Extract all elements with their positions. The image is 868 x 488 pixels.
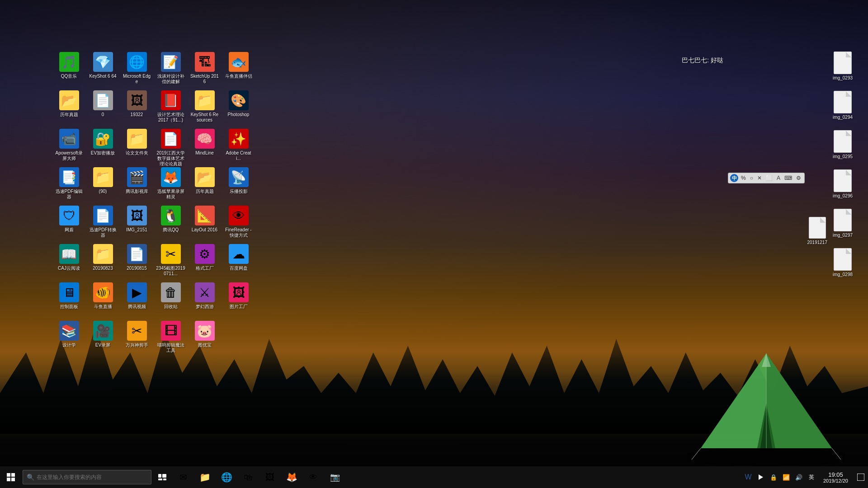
desktop-icon-caj[interactable]: 📖CAJ云阅读 [52,242,86,280]
taskbar-file-explorer[interactable]: 📁 [194,466,216,488]
icon-label-lebo: 乐播投影 [230,189,248,194]
desktop-icon-baidu-net[interactable]: ☁百度网盘 [222,242,255,280]
desktop-icon-design-art[interactable]: 📕设计艺术理论2017（91...) [154,88,188,127]
desktop-icon-wanxing[interactable]: ✂万兴神剪手 [120,319,154,357]
icon-label-folder-20190823: 20190823 [93,266,113,271]
desktop-icon-thesis-2019[interactable]: 📄2019江西大学数字媒体艺术理论论真题 [154,127,188,165]
desktop-icon-design-tutorial[interactable]: 📝浅谈对设计补偿的建解 [154,50,188,88]
icon-label-thesis-text: 论文文件夹 [126,150,148,156]
desktop-icon-geshi-factory[interactable]: ⚙格式工厂 [188,242,222,280]
ime-btn-0[interactable]: % [740,174,747,182]
desktop-icon-douyu[interactable]: 🐟斗鱼直播伴侣 [222,50,255,88]
desktop-icon-xun-pdf-ocr[interactable]: 📑迅速PDF编辑器 [52,165,86,203]
file-icon-img-0297[interactable]: img_0297 [831,207,854,239]
desktop-icon-icon-90[interactable]: 📁(90) [86,165,120,203]
desktop-icon-tengxun-video[interactable]: 🎬腾讯影视库 [120,165,154,203]
desktop-icon-design-study[interactable]: 📚设计学 [52,319,86,357]
desktop-icon-keyshot6-res[interactable]: 📁KeyShot 6 Resources [188,88,222,127]
taskbar-photo[interactable]: 🖼 [259,466,281,488]
desktop-icon-layout[interactable]: 📐LayOut 2016 [188,203,222,242]
tray-expand[interactable] [755,466,767,488]
taskbar-mail[interactable]: ✉ [172,466,194,488]
file-icon-img-0295[interactable]: img_0295 [831,128,854,161]
start-button[interactable] [0,466,22,488]
desktop-icon-finereader[interactable]: 👁FineReader - 快捷方式 [222,203,255,242]
svg-marker-17 [759,474,763,480]
icon-image-mhxy: ⚔ [195,282,215,302]
icon-label-sketchup: SketchUp 2016 [190,74,219,84]
taskview-button[interactable] [152,466,172,488]
ime-btn-1[interactable]: ○ [749,174,755,182]
ime-btn-6[interactable]: ⚙ [795,174,802,182]
notification-bar: 巴七巴七: 好哒 [682,56,723,65]
desktop-icon-xun-pdf[interactable]: 📄迅速PDF转换器 [86,203,120,242]
desktop-icon-thesis-text[interactable]: 📁论文文件夹 [120,127,154,165]
notification-center-button[interactable] [854,466,868,488]
tray-word[interactable]: W [742,466,755,488]
desktop-icon-img-tool[interactable]: 🖼图片工厂 [222,280,255,319]
tray-ime[interactable]: 英 [805,466,818,488]
icon-image-lebo: 📡 [229,167,249,187]
desktop-icon-ev-record2[interactable]: 🎥EV录屏 [86,319,120,357]
desktop-icon-lebo[interactable]: 📡乐播投影 [222,165,255,203]
desktop-icon-douyu-live[interactable]: 🐠斗鱼直播 [86,280,120,319]
ime-btn-5[interactable]: ⌨ [783,174,793,182]
taskbar-store[interactable]: 🛍 [237,466,259,488]
desktop-icon-history-exam2[interactable]: 📂历年真题 [188,165,222,203]
ime-btn-2[interactable]: ✕ [756,174,763,182]
file-icon-img-0296[interactable]: img_0296 [831,168,854,200]
desktop-icon-qq-music[interactable]: 🎵QQ音乐 [52,50,86,88]
desktop-icon-tools-2345[interactable]: ✂2345截图20190711... [154,242,188,280]
desktop-icon-img-2151[interactable]: 🖼IMG_2151 [120,203,154,242]
icon-label-layout: LayOut 2016 [192,227,217,233]
file-icon-img-0298[interactable]: img_0298 [831,246,854,279]
file-20191217[interactable]: 20191217 [807,217,828,245]
desktop-icon-apowersoft[interactable]: 📹Apowersoft录屏大师 [52,127,86,165]
icon-image-adobe-create: ✨ [229,129,249,149]
desktop-icon-mindline[interactable]: 🧠MindLine [188,127,222,165]
desktop-icon-mac-safari[interactable]: 🦊迅狐苹果录屏精灵 [154,165,188,203]
desktop-icon-zero[interactable]: 📄0 [86,88,120,127]
taskbar-edge[interactable]: 🌐 [216,466,237,488]
search-input[interactable] [37,474,147,480]
desktop-icon-qq-qq[interactable]: 🐧腾讯QQ [154,203,188,242]
desktop-icon-sketchup[interactable]: 🏗SketchUp 2016 [188,50,222,88]
ime-lang-indicator[interactable]: 中 [730,174,738,182]
taskbar-extra[interactable]: 📷 [324,466,346,488]
file-icon-img-0293[interactable]: img_0293 [831,50,854,82]
desktop-icon-folder-20190815[interactable]: 📄20190815 [120,242,154,280]
desktop-icon-folder-20190823[interactable]: 📁20190823 [86,242,120,280]
desktop-icon-history-exam[interactable]: 📂历年真题 [52,88,86,127]
desktop-icon-adobe-create[interactable]: ✨Adobe Creati... [222,127,255,165]
icon-label-thesis-2019: 2019江西大学数字媒体艺术理论论真题 [156,150,185,167]
desktop-icon-ev-record[interactable]: 🔐EV加密播放 [86,127,120,165]
desktop-icon-wangsu[interactable]: 🛡网盾 [52,203,86,242]
desktop-icon-xiaoying[interactable]: 🎞喵呜剪辑魔法工具 [154,319,188,357]
desktop-icon-ms-edge[interactable]: 🌐Microsoft Edge [120,50,154,88]
tray-network[interactable]: 📶 [780,466,793,488]
desktop-icon-tuyabao[interactable]: 🐷图优宝 [188,319,222,357]
file-label-img-0297: img_0297 [833,233,853,238]
desktop-icon-mhxy[interactable]: ⚔梦幻西游 [188,280,222,319]
desktop-icon-photoshop[interactable]: 🎨Photoshop [222,88,255,127]
taskbar-abbyy[interactable]: 👁 [302,466,324,488]
icon-label-douyu: 斗鱼直播伴侣 [225,74,252,79]
ime-btn-3[interactable]: ⬜ [764,174,774,182]
svg-rect-14 [162,474,166,478]
ime-btn-4[interactable]: A [775,174,782,182]
desktop-icon-tengxun-vid2[interactable]: ▶腾讯视频 [120,280,154,319]
tray-security[interactable]: 🔒 [767,466,780,488]
taskbar-browser2[interactable]: 🦊 [281,466,302,488]
file-icon-img-0294[interactable]: img_0294 [831,89,854,122]
desktop-icon-keyshot-64[interactable]: 💎KeyShot 6 64 [86,50,120,88]
icon-image-design-art: 📕 [161,90,181,110]
file-doc-img-0295 [834,130,852,153]
desktop-icon-control-panel[interactable]: 🖥控制面板 [52,280,86,319]
taskbar-search[interactable]: 🔍 [23,470,151,484]
desktop-icon-icon-19322[interactable]: 🖼19322 [120,88,154,127]
icon-image-mac-safari: 🦊 [161,167,181,187]
system-clock[interactable]: 19:05 2019/12/20 [818,466,854,488]
desktop-icon-recycle[interactable]: 🗑回收站 [154,280,188,319]
tray-volume[interactable]: 🔊 [793,466,805,488]
icon-image-folder-20190823: 📁 [93,244,113,264]
